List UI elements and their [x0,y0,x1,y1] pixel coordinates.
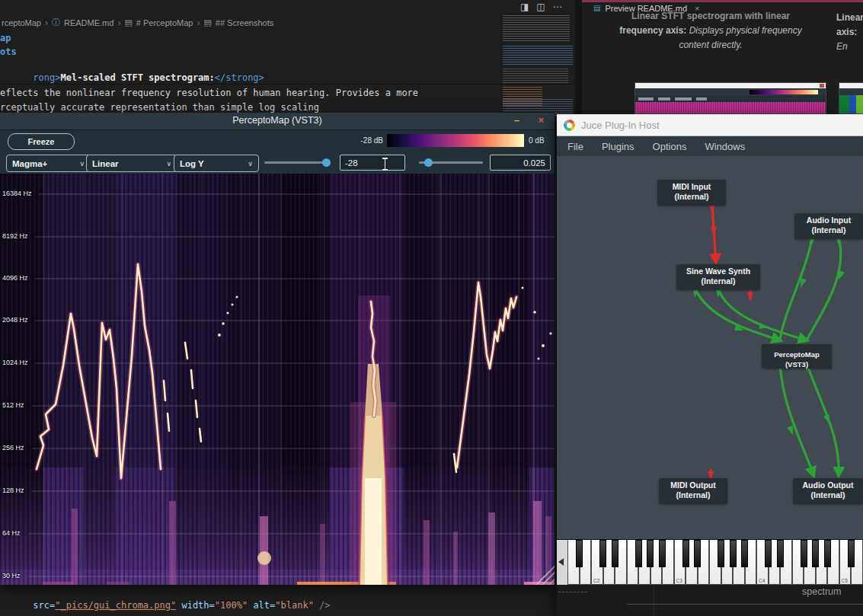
plugin-title-bar[interactable]: PerceptoMap (VST3) – × [0,113,555,130]
editor-divider [0,84,583,85]
preview-text-line2: frequency axis: Displays physical freque… [590,25,831,36]
code-line[interactable]: eflects the nonlinear frequency resoluti… [0,87,418,99]
node-midi-output[interactable]: MIDI Output(Internal) [659,478,727,504]
freq-axis-label: 1024 Hz [2,359,28,366]
black-key[interactable] [824,540,831,567]
octave-label: C3 [676,578,682,583]
black-key[interactable] [730,540,737,567]
code-line[interactable]: ots [0,46,17,58]
breadcrumb-heading2[interactable]: ## Screenshots [216,18,273,27]
preview-text-line3: content directly. [590,40,831,50]
speed-input[interactable] [490,155,551,171]
floor-slider-thumb[interactable] [322,158,331,167]
open-preview-icon[interactable]: ◨ [520,2,529,12]
octave-label: C5 [842,578,848,583]
screen: ◨ ◫ ⋯ rceptoMap › ⓘ README.md › ▤ # Perc… [0,0,863,616]
menu-file[interactable]: File [567,141,583,152]
panel-divider-vertical [654,585,654,616]
juce-menu-bar: File Plugins Options Windows [557,136,863,156]
speed-slider-thumb[interactable] [424,158,433,167]
node-sine-wave-synth[interactable]: Sine Wave Synth(Internal) [676,264,760,290]
more-actions-icon[interactable]: ⋯ [553,2,562,12]
heading-icon: ▤ [203,18,211,27]
scroll-left-icon [558,558,564,566]
panel-dashes [558,592,587,592]
breadcrumb[interactable]: rceptoMap › ⓘ README.md › ▤ # PerceptoMa… [2,17,273,28]
black-key[interactable] [647,540,654,567]
node-midi-input[interactable]: MIDI Input(Internal) [657,180,726,206]
freeze-button[interactable]: Freeze [8,133,75,150]
freq-axis-label: 30 Hz [2,572,21,579]
freq-axis-label: 512 Hz [2,401,24,409]
markdown-file-icon: ⓘ [52,17,60,28]
preview-text-line1: Linear STFT spectrogram with linear [590,11,831,21]
freq-axis-label: 128 Hz [2,487,24,494]
breadcrumb-file[interactable]: README.md [64,18,113,27]
colorbar [387,134,524,147]
minimize-icon[interactable]: – [514,114,519,126]
freq-axis-label: 16384 Hz [2,190,32,197]
piano-keyboard[interactable]: C2C3C4C5 [557,539,863,586]
black-key[interactable] [659,540,666,567]
freq-scale-dropdown[interactable]: Linear∨ [86,155,177,172]
black-key[interactable] [812,540,819,567]
code-line-bottom[interactable]: src="_pics/gui_chroma.png" width="100%" … [0,587,331,616]
split-editor-icon[interactable]: ◫ [536,2,545,12]
octave-label: C4 [759,578,765,583]
sash[interactable] [575,0,582,114]
text-cursor-icon [382,158,388,171]
colorbar-min-label: -28 dB [347,136,383,145]
code-line[interactable]: ap [0,32,11,44]
close-icon[interactable]: × [538,114,544,126]
juce-logo-icon [564,120,575,131]
black-key[interactable] [682,540,689,567]
heading-icon: ▤ [124,18,132,27]
black-key[interactable] [635,540,642,567]
screenshot-thumbnail-left [634,82,826,114]
black-key[interactable] [765,540,772,567]
minimap[interactable] [501,14,575,116]
juce-title-bar[interactable]: Juce Plug-In Host [557,114,863,136]
black-key[interactable] [848,540,855,567]
chevron-down-icon: ∨ [166,160,171,168]
file-link[interactable]: "_pics/gui_chroma.png" [55,600,176,611]
spectrogram-display: 16384 Hz 8192 Hz 4096 Hz 2048 Hz 1024 Hz… [0,174,555,585]
breadcrumb-folder[interactable]: rceptoMap [2,18,41,27]
node-audio-input[interactable]: Audio Input(Internal) [794,213,863,239]
colorbar-max-label: 0 dB [529,136,545,145]
black-key[interactable] [694,540,701,567]
code-line[interactable]: rceptually accurate representation than … [0,101,319,113]
breadcrumb-separator: › [197,18,200,28]
node-perceptomap[interactable]: PerceptoMap (VST3) [762,344,832,369]
floor-slider[interactable] [264,161,330,164]
juce-bottom-panel: spectrum [557,585,863,616]
floor-input[interactable] [340,155,405,171]
black-key[interactable] [576,540,583,567]
freq-axis-label: 64 Hz [2,529,21,537]
black-key[interactable] [741,540,748,567]
freq-axis-label: 256 Hz [2,444,24,452]
panel-divider-horizontal [627,604,863,605]
black-key[interactable] [777,540,784,567]
node-graph[interactable]: MIDI Input(Internal) Audio Input(Interna… [557,155,863,539]
keyboard-scroll-left[interactable] [557,540,568,585]
plugin-window-title: PerceptoMap (VST3) [0,115,555,126]
screenshot-thumbnail-right [839,82,863,114]
menu-plugins[interactable]: Plugins [602,141,634,152]
chevron-down-icon: ∨ [79,160,85,168]
node-audio-output[interactable]: Audio Output(Internal) [793,478,863,504]
black-key[interactable] [612,540,618,567]
colormap-dropdown[interactable]: Magma+∨ [6,155,91,172]
black-key[interactable] [801,540,807,567]
menu-options[interactable]: Options [653,141,687,152]
chevron-down-icon: ∨ [248,160,253,168]
breadcrumb-heading1[interactable]: # PerceptoMap [136,18,193,27]
juce-window: Juce Plug-In Host File Plugins Options W… [557,114,863,616]
menu-windows[interactable]: Windows [705,141,745,152]
preview-pane: ▤ Preview README.md × Linear STFT spectr… [582,0,863,114]
breadcrumb-separator: › [45,18,48,28]
black-key[interactable] [718,540,724,567]
freq-axis-label: 2048 Hz [2,316,28,324]
y-scale-dropdown[interactable]: Log Y∨ [174,155,259,172]
black-key[interactable] [599,540,606,567]
